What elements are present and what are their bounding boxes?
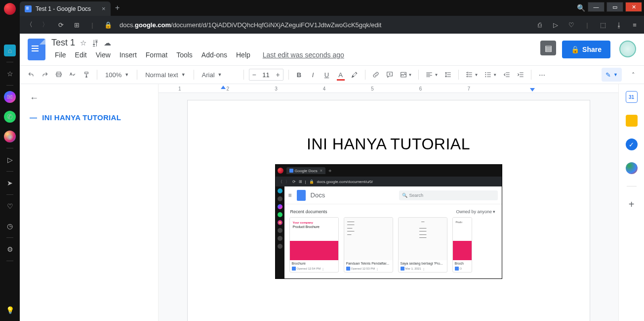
sidebar-player-icon[interactable]: ▷ [4, 154, 16, 166]
menu-help[interactable]: Help [233, 49, 254, 61]
new-tab-button[interactable]: + [111, 0, 124, 16]
sidebar-speeddial-icon[interactable]: ☆ [4, 68, 16, 80]
sidebar-tips-icon[interactable]: 💡 [4, 304, 16, 316]
svg-point-0 [485, 72, 486, 73]
cloud-status-icon[interactable]: ☁ [104, 39, 111, 47]
undo-button[interactable] [26, 68, 37, 81]
horizontal-ruler[interactable]: 1 2 3 4 5 6 7 [159, 84, 618, 93]
increase-indent-button[interactable] [515, 68, 526, 81]
insert-link-button[interactable] [370, 68, 381, 81]
addr-heart-icon[interactable]: ♡ [567, 21, 576, 29]
line-spacing-button[interactable] [443, 68, 453, 81]
right-indent-marker[interactable] [530, 88, 535, 92]
share-button[interactable]: 🔒 Share [562, 41, 610, 58]
checklist-button[interactable]: ▼ [464, 68, 480, 81]
align-button[interactable]: ▼ [424, 68, 440, 81]
menu-edit[interactable]: Edit [72, 49, 90, 61]
sidebar-settings-icon[interactable]: ⚙ [4, 243, 16, 255]
menu-view[interactable]: View [92, 49, 114, 61]
sidebar-messenger-icon[interactable]: ✉ [4, 91, 16, 103]
font-size-input[interactable] [259, 71, 273, 79]
opera-logo[interactable] [4, 3, 16, 15]
url-sub: docs. [120, 21, 135, 29]
zoom-dropdown[interactable]: 100%▼ [102, 68, 132, 81]
print-button[interactable] [53, 68, 64, 81]
sidepanel-add-icon[interactable]: + [626, 198, 638, 210]
address-bar[interactable]: docs.google.com/document/d/1QiADDiVDQhcH… [120, 21, 528, 29]
last-edit-link[interactable]: Last edit was seconds ago [263, 51, 344, 59]
outline-close-icon[interactable]: ← [30, 93, 39, 103]
menu-tools[interactable]: Tools [173, 49, 196, 61]
document-title[interactable]: Test 1 [51, 38, 75, 48]
menu-addons[interactable]: Add-ons [198, 49, 231, 61]
spellcheck-button[interactable] [67, 68, 78, 81]
collapse-toolbar-icon[interactable]: ˄ [629, 71, 638, 79]
bulleted-list-button[interactable]: ▼ [483, 68, 498, 81]
sidepanel-maps-icon[interactable] [626, 162, 638, 174]
document-outline: ← INI HANYA TUTORIAL [20, 84, 158, 321]
star-icon[interactable]: ☆ [80, 39, 86, 47]
nav-lock-icon[interactable]: 🔒 [104, 21, 113, 29]
addr-download-icon[interactable]: ⭳ [614, 21, 623, 29]
menu-bar: File Edit View Insert Format Tools Add-o… [51, 49, 344, 61]
editing-mode-button[interactable]: ✎▼ [602, 68, 622, 82]
addr-cube-icon[interactable]: ⬚ [599, 21, 607, 29]
addr-send-icon[interactable]: ▷ [551, 21, 560, 29]
bold-button[interactable]: B [294, 68, 305, 81]
paint-format-button[interactable] [81, 68, 92, 81]
embed-section-label: Recent documents [290, 209, 327, 214]
decrease-indent-button[interactable] [501, 68, 512, 81]
menu-insert[interactable]: Insert [116, 49, 140, 61]
move-icon[interactable]: ⭿ [91, 39, 99, 47]
addr-snapshot-icon[interactable]: ⎙ [535, 21, 544, 29]
menu-file[interactable]: File [51, 49, 70, 61]
font-size-decrease[interactable]: − [249, 71, 259, 79]
url-host: google.com [135, 21, 171, 29]
addr-menu-icon[interactable]: ≡ [630, 21, 639, 29]
document-heading[interactable]: INI HANYA TUTORIAL [235, 135, 542, 153]
url-path: /document/d/1QiADDiVDQhcHqfGiNXjAZeguiFO… [171, 21, 381, 29]
left-indent-marker[interactable] [221, 86, 226, 89]
window-close-button[interactable]: ✕ [625, 2, 642, 12]
sidebar-instagram-icon[interactable]: ◉ [4, 131, 16, 142]
embed-opera-logo-icon [278, 168, 283, 174]
sidebar-home-icon[interactable]: ⌂ [4, 45, 16, 56]
insert-comment-button[interactable] [384, 68, 395, 81]
nav-back-icon[interactable]: 〈 [25, 20, 34, 29]
window-maximize-button[interactable]: ▭ [606, 2, 623, 12]
browser-tab[interactable]: Test 1 - Google Docs × [20, 1, 111, 16]
menu-format[interactable]: Format [142, 49, 171, 61]
sidebar-history-icon[interactable]: ◷ [4, 220, 16, 232]
italic-button[interactable]: I [308, 68, 319, 81]
open-comments-icon[interactable]: ▤ [540, 41, 556, 55]
tab-favicon-docs-icon [25, 5, 32, 12]
font-value: Arial [202, 71, 215, 79]
sidebar-send-icon[interactable]: ➤ [4, 177, 16, 189]
font-size-increase[interactable]: + [273, 71, 283, 79]
sidebar-whatsapp-icon[interactable]: ✆ [4, 111, 16, 123]
font-size-control: − + [249, 69, 283, 81]
nav-tiles-icon[interactable]: ⊞ [72, 21, 81, 29]
account-avatar[interactable] [619, 41, 636, 57]
sidebar-heart-icon[interactable]: ♡ [4, 200, 16, 212]
more-tools-button[interactable]: ⋯ [536, 68, 547, 81]
underline-button[interactable]: U [322, 68, 332, 81]
titlebar-search-icon[interactable]: 🔍 [574, 0, 588, 16]
sidepanel-keep-icon[interactable] [626, 115, 638, 127]
docs-logo-icon[interactable] [28, 39, 45, 60]
redo-button[interactable] [40, 68, 50, 81]
text-color-button[interactable]: A [335, 68, 346, 81]
document-page[interactable]: INI HANYA TUTORIAL Google Docs× + 〈〉⟳⊞|🔒… [187, 100, 590, 321]
highlight-color-button[interactable]: 🖍 [349, 68, 360, 81]
nav-forward-icon[interactable]: 〉 [40, 20, 49, 29]
insert-image-button[interactable]: ▼ [398, 68, 414, 81]
sidepanel-tasks-icon[interactable]: ✓ [626, 138, 638, 150]
nav-reload-icon[interactable]: ⟳ [56, 21, 65, 29]
embedded-image[interactable]: Google Docs× + 〈〉⟳⊞|🔒 docs.google.com/do… [275, 164, 502, 279]
paragraph-style-dropdown[interactable]: Normal text▼ [142, 68, 188, 81]
outline-item[interactable]: INI HANYA TUTORIAL [30, 113, 148, 122]
sidepanel-calendar-icon[interactable]: 31 [626, 91, 638, 103]
window-minimize-button[interactable]: — [588, 2, 604, 12]
tab-close-icon[interactable]: × [102, 5, 106, 12]
font-dropdown[interactable]: Arial▼ [199, 68, 239, 81]
